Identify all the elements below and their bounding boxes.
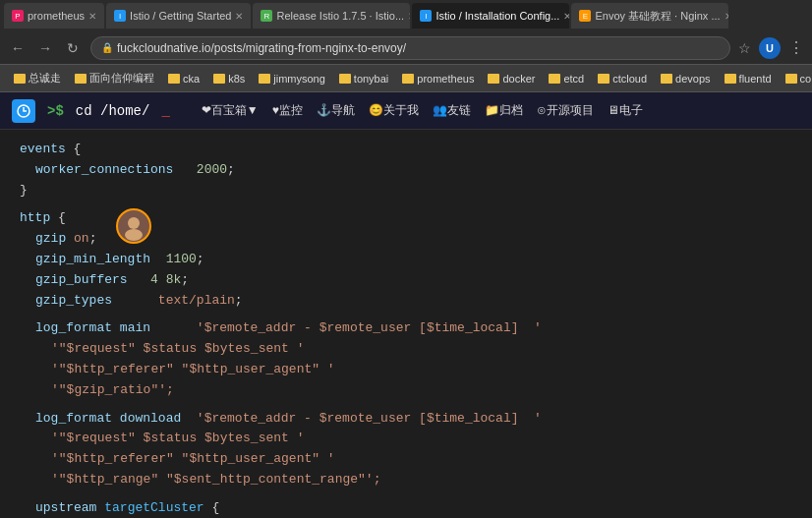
tab-close-5[interactable]: ✕ [725, 11, 729, 22]
nav-opensource[interactable]: ⊙开源项目 [537, 102, 594, 119]
nav-aboutme[interactable]: 😊关于我 [369, 102, 419, 119]
profile-avatar[interactable]: U [759, 37, 781, 59]
tab-close-3[interactable]: ✕ [408, 11, 410, 22]
tab-label-2: Istio / Getting Started [130, 10, 231, 22]
bookmark-jimmysong[interactable]: jimmysong [253, 71, 331, 86]
tab-istio-started[interactable]: I Istio / Getting Started ✕ [106, 3, 251, 29]
bookmark-fluentd[interactable]: fluentd [719, 71, 778, 86]
bookmark-cka[interactable]: cka [162, 71, 205, 86]
semicolon: ; [227, 160, 235, 181]
tab-favicon-2: I [114, 10, 126, 22]
bookmark-tonybai[interactable]: tonybai [333, 71, 394, 86]
semicolon: ; [181, 270, 189, 291]
avatar-overlay [116, 208, 151, 244]
code-line-logformat-dl2: '"$request" $status $bytes_sent ' [20, 429, 792, 449]
code-line-logformat-main3: '"$http_referer" "$http_user_agent" ' [20, 360, 792, 380]
tab-close-1[interactable]: ✕ [88, 11, 96, 22]
value-worker-conn: 2000 [197, 160, 227, 181]
site-header: >$ cd /home/ _ ❤百宝箱▼ ♥监控 ⚓导航 😊关于我 👥友链 📁归… [0, 92, 812, 130]
bookmark-label: ctcloud [612, 73, 647, 85]
site-logo[interactable] [12, 99, 35, 123]
bookmark-devops[interactable]: devops [655, 71, 716, 86]
bookmark-chengzou[interactable]: 总诚走 [8, 69, 67, 87]
folder-icon [785, 74, 797, 84]
url-bar[interactable]: 🔒 fuckcloudnative.io/posts/migrating-fro… [90, 36, 730, 60]
string-log2: '"$request" $status $bytes_sent ' [51, 339, 304, 360]
bookmark-k8s[interactable]: k8s [207, 71, 251, 86]
bookmark-label: jimmysong [273, 73, 325, 85]
logo-icon [16, 103, 31, 119]
tab-release[interactable]: R Release Istio 1.7.5 · Istio... ✕ [253, 3, 410, 29]
terminal-prompt: >$ [47, 103, 64, 119]
bookmark-label: etcd [563, 73, 584, 85]
menu-icon[interactable]: ⋮ [788, 38, 804, 57]
value-gzip-on: on [74, 229, 89, 250]
tab-label-4: Istio / Installation Config... [435, 10, 559, 22]
tab-close-2[interactable]: ✕ [235, 11, 243, 22]
code-line-logformat-dl: log_format download '$remote_addr - $rem… [20, 409, 792, 430]
folder-icon [213, 74, 225, 84]
folder-icon [598, 74, 609, 84]
semicolon: ; [235, 291, 243, 312]
value-gzip-buf: 4 8k [150, 270, 181, 291]
terminal-cursor: _ [161, 103, 169, 119]
bookmarks-bar: 总诚走 面向信仰编程 cka k8s jimmysong tonybai pro… [0, 65, 812, 92]
bookmark-mianxiang[interactable]: 面向信仰编程 [69, 69, 160, 87]
keyword-worker: worker_connections [35, 160, 173, 181]
bookmark-etcd[interactable]: etcd [543, 71, 590, 86]
code-area: events { worker_connections 2000 ; } htt… [0, 130, 812, 518]
tab-prometheus[interactable]: P prometheus ✕ [4, 3, 104, 29]
code-line-logformat-dl4: '"$http_range" "$sent_http_content_range… [20, 470, 792, 490]
tab-favicon-4: I [420, 10, 432, 22]
tab-close-4[interactable]: ✕ [563, 11, 569, 22]
nav-jiankong[interactable]: ♥监控 [272, 102, 303, 119]
nav-baobao[interactable]: ❤百宝箱▼ [202, 102, 259, 119]
keyword-gzip: gzip [35, 229, 66, 250]
tab-bar: P prometheus ✕ I Istio / Getting Started… [0, 0, 812, 31]
gap2 [20, 311, 792, 318]
nav-guidang[interactable]: 📁归档 [485, 102, 523, 119]
nav-daohang[interactable]: ⚓导航 [317, 102, 355, 119]
bookmark-docker[interactable]: docker [482, 71, 541, 86]
nav-youlinks[interactable]: 👥友链 [433, 102, 471, 119]
code-line-worker: worker_connections 2000 ; [20, 160, 792, 181]
keyword-gzip-min: gzip_min_length [35, 250, 150, 270]
bookmark-core[interactable]: core [780, 71, 812, 86]
tab-favicon-3: R [261, 10, 272, 22]
header-nav: ❤百宝箱▼ ♥监控 ⚓导航 😊关于我 👥友链 📁归档 ⊙开源项目 🖥电子 [202, 102, 643, 119]
semicolon: ; [197, 250, 204, 270]
code-line-events: events { [20, 140, 792, 160]
reload-button[interactable]: ↻ [63, 38, 83, 58]
value-log-name: main [120, 318, 150, 339]
value-gzip-types: text/plain [158, 291, 235, 312]
tab-favicon-5: E [579, 10, 591, 22]
back-button[interactable]: ← [8, 38, 28, 58]
bookmark-prometheus[interactable]: prometheus [396, 71, 480, 86]
code-line-logformat-main4: '"$gzip_ratio"'; [20, 380, 792, 401]
code-line-events-close: } [20, 181, 792, 201]
code-line-gzip-buf: gzip_buffers 4 8k ; [20, 270, 792, 291]
value-gzip-min: 1100 [166, 250, 197, 270]
value-upstream-name: targetCluster [104, 498, 203, 518]
bookmark-ctcloud[interactable]: ctcloud [592, 71, 653, 86]
folder-icon [168, 74, 180, 84]
star-icon[interactable]: ☆ [738, 40, 751, 56]
tab-istio-install[interactable]: I Istio / Installation Config... ✕ [412, 3, 569, 29]
string-dl4: '"$http_range" "$sent_http_content_range… [51, 470, 380, 490]
tab-label-5: Envoy 基础教程 · Nginx ... [595, 9, 720, 24]
forward-button[interactable]: → [35, 38, 55, 58]
lock-icon: 🔒 [101, 42, 113, 53]
value-log-dl-name: download [120, 409, 181, 430]
folder-icon [339, 74, 351, 84]
address-bar: ← → ↻ 🔒 fuckcloudnative.io/posts/migrati… [0, 31, 812, 65]
tab-label-3: Release Istio 1.7.5 · Istio... [276, 10, 404, 22]
svg-point-2 [125, 229, 143, 241]
folder-icon [14, 74, 26, 84]
code-line-logformat-main: log_format main '$remote_addr - $remote_… [20, 318, 792, 339]
svg-point-1 [128, 217, 140, 229]
gap3 [20, 401, 792, 409]
bookmark-label: docker [502, 73, 535, 85]
nav-dianzi[interactable]: 🖥电子 [608, 102, 643, 119]
bookmark-label: devops [675, 73, 710, 85]
tab-envoy[interactable]: E Envoy 基础教程 · Nginx ... ✕ [571, 3, 728, 29]
